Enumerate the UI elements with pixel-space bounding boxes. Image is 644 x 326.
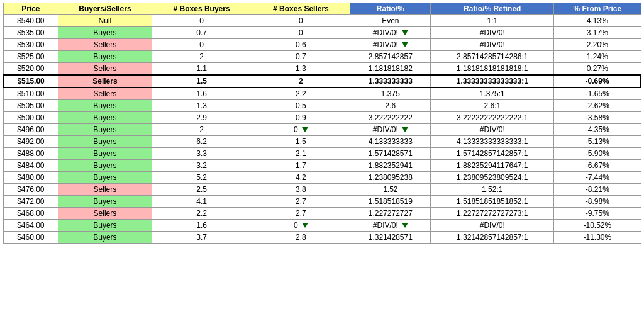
cell-ratio-refined: 1.52:1 <box>431 184 554 196</box>
cell-boxes-buyers: 1.6 <box>152 220 252 232</box>
down-arrow-icon <box>302 127 308 132</box>
cell-ratio-refined: 1.23809523809524:1 <box>431 172 554 184</box>
cell-pct-from-price: -8.21% <box>554 184 641 196</box>
cell-ratio: 1.882352941 <box>350 160 431 172</box>
cell-ratio-refined: #DIV/0! <box>431 124 554 136</box>
cell-ratio-refined: 1.32142857142857:1 <box>431 232 554 244</box>
cell-ratio-refined: 4.13333333333333:1 <box>431 136 554 148</box>
cell-boxes-sellers: 2.2 <box>252 87 350 100</box>
cell-ratio: 1.571428571 <box>350 148 431 160</box>
cell-ratio: #DIV/0! <box>350 220 431 232</box>
cell-boxes-buyers: 1.6 <box>152 87 252 100</box>
cell-pct-from-price: -8.98% <box>554 196 641 208</box>
cell-price: $500.00 <box>3 112 58 124</box>
cell-boxes-sellers: 2.7 <box>252 208 350 220</box>
cell-buyers-sellers: Sellers <box>58 75 152 87</box>
cell-boxes-sellers: 0 <box>252 27 350 39</box>
header-ratio: Ratio/% <box>350 3 431 15</box>
cell-ratio: 1.375 <box>350 87 431 100</box>
cell-boxes-sellers: 2.1 <box>252 148 350 160</box>
cell-ratio: 4.133333333 <box>350 136 431 148</box>
cell-pct-from-price: -5.13% <box>554 136 641 148</box>
cell-ratio: #DIV/0! <box>350 27 431 39</box>
cell-boxes-buyers: 0 <box>152 39 252 51</box>
cell-ratio-refined: 1.57142857142857:1 <box>431 148 554 160</box>
cell-buyers-sellers: Buyers <box>58 172 152 184</box>
cell-pct-from-price: -6.67% <box>554 160 641 172</box>
cell-boxes-sellers: 0 <box>252 220 350 232</box>
cell-boxes-buyers: 3.3 <box>152 148 252 160</box>
cell-boxes-buyers: 1.1 <box>152 63 252 76</box>
cell-buyers-sellers: Buyers <box>58 100 152 112</box>
cell-ratio: 2.857142857 <box>350 51 431 63</box>
header-ratio-refined: Ratio/% Refined <box>431 3 554 15</box>
header-boxes-buyers: # Boxes Buyers <box>152 3 252 15</box>
down-arrow-icon <box>402 127 408 132</box>
cell-price: $520.00 <box>3 63 58 76</box>
cell-boxes-buyers: 4.1 <box>152 196 252 208</box>
cell-pct-from-price: -0.69% <box>554 75 641 87</box>
cell-pct-from-price: 2.20% <box>554 39 641 51</box>
cell-pct-from-price: -3.58% <box>554 112 641 124</box>
cell-boxes-sellers: 0.6 <box>252 39 350 51</box>
cell-buyers-sellers: Buyers <box>58 232 152 244</box>
cell-buyers-sellers: Sellers <box>58 63 152 76</box>
cell-boxes-buyers: 0 <box>152 15 252 27</box>
cell-price: $505.00 <box>3 100 58 112</box>
cell-ratio-refined: 3.22222222222222:1 <box>431 112 554 124</box>
cell-buyers-sellers: Buyers <box>58 220 152 232</box>
cell-boxes-buyers: 5.2 <box>152 172 252 184</box>
cell-boxes-buyers: 2 <box>152 124 252 136</box>
cell-pct-from-price: 4.13% <box>554 15 641 27</box>
cell-boxes-sellers: 0.5 <box>252 100 350 112</box>
cell-boxes-buyers: 2.9 <box>152 112 252 124</box>
cell-ratio: 1.227272727 <box>350 208 431 220</box>
cell-pct-from-price: -10.52% <box>554 220 641 232</box>
cell-boxes-buyers: 1.3 <box>152 100 252 112</box>
header-buyers-sellers: Buyers/Sellers <box>58 3 152 15</box>
cell-pct-from-price: 0.27% <box>554 63 641 76</box>
cell-ratio: #DIV/0! <box>350 39 431 51</box>
cell-pct-from-price: -2.62% <box>554 100 641 112</box>
cell-buyers-sellers: Buyers <box>58 160 152 172</box>
cell-boxes-buyers: 1.5 <box>152 75 252 87</box>
header-price: Price <box>3 3 58 15</box>
cell-buyers-sellers: Null <box>58 15 152 27</box>
cell-price: $510.00 <box>3 87 58 100</box>
cell-ratio-refined: 1.18181818181818:1 <box>431 63 554 76</box>
cell-price: $464.00 <box>3 220 58 232</box>
header-pct-from-price: % From Price <box>554 3 641 15</box>
cell-ratio-refined: 1.375:1 <box>431 87 554 100</box>
cell-boxes-sellers: 0 <box>252 15 350 27</box>
cell-ratio: 1.333333333 <box>350 75 431 87</box>
cell-ratio: 1.181818182 <box>350 63 431 76</box>
cell-buyers-sellers: Sellers <box>58 39 152 51</box>
cell-boxes-buyers: 2.2 <box>152 208 252 220</box>
cell-ratio: 1.518518519 <box>350 196 431 208</box>
cell-boxes-buyers: 6.2 <box>152 136 252 148</box>
cell-boxes-buyers: 3.2 <box>152 160 252 172</box>
cell-pct-from-price: -1.65% <box>554 87 641 100</box>
cell-pct-from-price: -5.90% <box>554 148 641 160</box>
cell-ratio: 1.321428571 <box>350 232 431 244</box>
cell-boxes-sellers: 0.7 <box>252 51 350 63</box>
down-arrow-icon <box>402 30 408 35</box>
cell-pct-from-price: -9.75% <box>554 208 641 220</box>
main-table: Price Buyers/Sellers # Boxes Buyers # Bo… <box>3 3 641 244</box>
cell-price: $460.00 <box>3 232 58 244</box>
cell-ratio-refined: 1:1 <box>431 15 554 27</box>
cell-boxes-buyers: 0.7 <box>152 27 252 39</box>
cell-ratio: #DIV/0! <box>350 124 431 136</box>
cell-price: $530.00 <box>3 39 58 51</box>
cell-boxes-sellers: 1.3 <box>252 63 350 76</box>
cell-boxes-sellers: 0 <box>252 124 350 136</box>
cell-price: $525.00 <box>3 51 58 63</box>
cell-ratio: 2.6 <box>350 100 431 112</box>
cell-boxes-buyers: 2 <box>152 51 252 63</box>
cell-ratio: 1.52 <box>350 184 431 196</box>
cell-boxes-sellers: 1.7 <box>252 160 350 172</box>
cell-boxes-sellers: 2.8 <box>252 232 350 244</box>
cell-boxes-sellers: 2.7 <box>252 196 350 208</box>
cell-buyers-sellers: Buyers <box>58 136 152 148</box>
down-arrow-icon <box>302 223 308 228</box>
